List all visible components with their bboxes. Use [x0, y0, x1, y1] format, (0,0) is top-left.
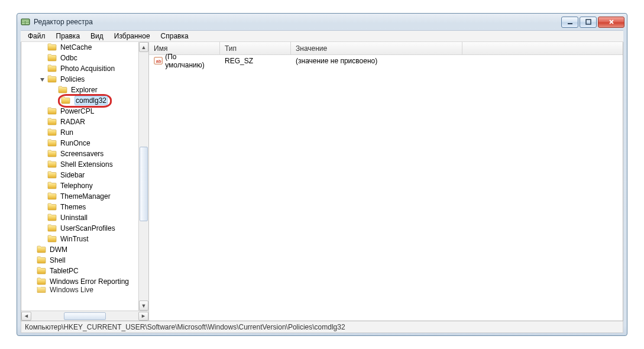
- menu-help[interactable]: Справка: [156, 31, 193, 41]
- tree-item[interactable]: TabletPC: [21, 266, 148, 276]
- minimize-button[interactable]: [561, 17, 578, 28]
- folder-icon: [47, 149, 59, 159]
- tree-item-label: Photo Acquisition: [59, 64, 116, 73]
- value-data: (значение не присвоено): [296, 57, 377, 65]
- toggle-placeholder: [28, 287, 35, 293]
- svg-rect-4: [22, 23, 25, 24]
- tree-horizontal-scrollbar[interactable]: ◄ ►: [21, 311, 148, 321]
- toggle-placeholder: [39, 193, 46, 200]
- tree-item[interactable]: Windows Error Reporting: [21, 276, 148, 287]
- toggle-placeholder: [39, 108, 46, 115]
- tree-item[interactable]: Telephony: [21, 180, 148, 191]
- scroll-left-button[interactable]: ◄: [21, 312, 31, 321]
- tree-item[interactable]: Photo Acquisition: [21, 63, 148, 74]
- tree-item-label: Uninstall: [59, 213, 89, 222]
- svg-rect-5: [25, 23, 29, 24]
- status-path: Компьютер\HKEY_CURRENT_USER\Software\Mic…: [25, 323, 345, 331]
- tree-item-label: Shell Extensions: [59, 160, 114, 169]
- tree-item-label: Run: [59, 128, 75, 137]
- scroll-thumb[interactable]: [64, 312, 106, 320]
- tree-vertical-scrollbar[interactable]: ▲ ▼: [138, 42, 148, 311]
- scroll-right-button[interactable]: ►: [138, 312, 148, 321]
- toggle-placeholder: [39, 183, 46, 189]
- tree-item[interactable]: DWM: [21, 244, 148, 255]
- toggle-placeholder: [39, 140, 46, 147]
- tree-panel: NetCacheOdbcPhoto AcquisitionPoliciesExp…: [21, 42, 149, 321]
- svg-rect-6: [568, 23, 572, 24]
- tree-item-label: Shell: [48, 256, 67, 265]
- folder-icon: [47, 43, 59, 53]
- collapse-icon[interactable]: [39, 76, 46, 83]
- tree-item[interactable]: NetCache: [21, 42, 148, 53]
- scroll-up-button[interactable]: ▲: [139, 42, 148, 52]
- toggle-placeholder: [39, 44, 46, 51]
- toggle-placeholder: [39, 204, 46, 211]
- svg-rect-3: [25, 21, 29, 22]
- svg-text:ab: ab: [156, 59, 161, 64]
- status-bar: Компьютер\HKEY_CURRENT_USER\Software\Mic…: [21, 321, 623, 333]
- value-row[interactable]: ab(По умолчанию)REG_SZ(значение не присв…: [149, 55, 623, 67]
- toggle-placeholder: [39, 172, 46, 179]
- tree-item[interactable]: RunOnce: [21, 138, 148, 148]
- maximize-button[interactable]: [580, 17, 597, 28]
- menu-view[interactable]: Вид: [86, 31, 108, 41]
- tree-view[interactable]: NetCacheOdbcPhoto AcquisitionPoliciesExp…: [21, 42, 148, 311]
- tree-item[interactable]: Shell: [21, 255, 148, 266]
- menu-edit[interactable]: Правка: [51, 31, 85, 41]
- tree-item[interactable]: PowerCPL: [21, 106, 148, 117]
- folder-icon: [58, 85, 70, 95]
- annotation-highlight: comdlg32: [58, 94, 112, 108]
- tree-item-label: Policies: [59, 75, 86, 84]
- values-list[interactable]: ab(По умолчанию)REG_SZ(значение не присв…: [149, 55, 623, 321]
- tree-item[interactable]: Windows Live: [21, 287, 148, 293]
- tree-item-label: Windows Error Reporting: [48, 277, 130, 286]
- titlebar[interactable]: Редактор реестра: [17, 14, 627, 30]
- tree-item[interactable]: Uninstall: [21, 212, 148, 223]
- tree-item[interactable]: Sidebar: [21, 170, 148, 180]
- tree-item[interactable]: Policies: [21, 74, 148, 85]
- folder-icon: [47, 75, 59, 85]
- tree-item[interactable]: comdlg32: [21, 95, 148, 106]
- scroll-down-button[interactable]: ▼: [139, 300, 148, 311]
- folder-icon: [47, 160, 59, 170]
- tree-item-label: UserScanProfiles: [59, 224, 116, 233]
- tree-item-label: WinTrust: [59, 234, 90, 244]
- tree-item[interactable]: UserScanProfiles: [21, 223, 148, 234]
- menu-file[interactable]: Файл: [23, 31, 50, 41]
- folder-icon: [37, 245, 48, 255]
- tree-item-label: Windows Live: [48, 287, 95, 293]
- tree-item[interactable]: Shell Extensions: [21, 159, 148, 170]
- tree-item-label: RADAR: [59, 117, 86, 127]
- tree-item-label: ThemeManager: [59, 192, 112, 201]
- folder-icon: [47, 224, 59, 234]
- scroll-thumb[interactable]: [140, 147, 148, 221]
- tree-item[interactable]: RADAR: [21, 117, 148, 127]
- scroll-track[interactable]: [139, 52, 148, 300]
- tree-item[interactable]: Themes: [21, 202, 148, 212]
- folder-icon: [61, 96, 73, 106]
- tree-item[interactable]: Run: [21, 127, 148, 138]
- regedit-app-icon: [21, 17, 30, 27]
- window-buttons: [561, 17, 624, 28]
- close-button[interactable]: [598, 17, 624, 28]
- toggle-placeholder: [39, 151, 46, 157]
- tree-item[interactable]: Screensavers: [21, 148, 148, 159]
- folder-icon: [47, 181, 59, 191]
- column-data[interactable]: Значение: [291, 42, 462, 54]
- menu-favorites[interactable]: Избранное: [109, 31, 155, 41]
- toggle-placeholder: [39, 66, 46, 72]
- app-window: Редактор реестра Файл Правка Вид Избранн…: [17, 13, 627, 336]
- toggle-placeholder: [39, 225, 46, 232]
- folder-icon: [47, 192, 59, 202]
- tree-item[interactable]: Odbc: [21, 53, 148, 63]
- tree-item[interactable]: ThemeManager: [21, 191, 148, 202]
- folder-icon: [47, 234, 59, 244]
- value-type: REG_SZ: [225, 57, 253, 65]
- work-area: NetCacheOdbcPhoto AcquisitionPoliciesExp…: [21, 42, 623, 321]
- toggle-placeholder: [28, 268, 35, 274]
- column-type[interactable]: Тип: [220, 42, 291, 54]
- scroll-track[interactable]: [32, 312, 138, 321]
- folder-icon: [47, 202, 59, 212]
- tree-item[interactable]: WinTrust: [21, 234, 148, 244]
- toggle-placeholder: [39, 119, 46, 125]
